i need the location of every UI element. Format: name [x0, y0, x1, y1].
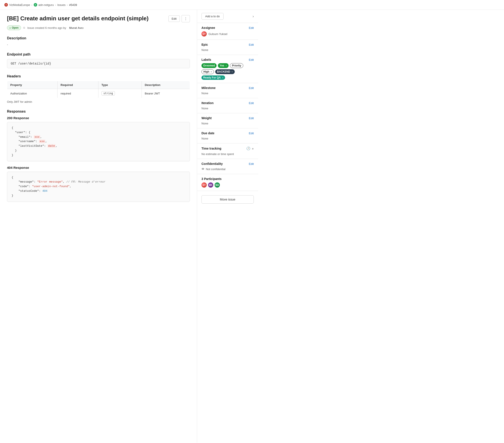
- col-description: Description: [142, 81, 190, 89]
- label-backend: BACKEND ×: [215, 69, 234, 74]
- epic-label: Epic: [201, 43, 208, 46]
- description-section: Description -: [7, 36, 190, 46]
- endpoint-section: Endpoint path GET /user/details/{id}: [7, 53, 190, 68]
- table-row: Authorization required string Bearer JWT: [7, 89, 190, 98]
- weight-value: None: [201, 122, 208, 125]
- description-text: -: [7, 43, 190, 46]
- time-tracking-value: No estimate or time spent: [201, 152, 234, 156]
- assignee-header: Assignee Edit: [201, 26, 254, 30]
- response-200-code: { "user": { "email": xxx, "username": xx…: [7, 122, 190, 161]
- participants-label: 3 Participants: [201, 177, 222, 181]
- add-todo-section: Add a to do ›: [197, 10, 258, 23]
- org-link[interactable]: VizMediaEurope: [9, 3, 30, 7]
- label-high-remove[interactable]: ×: [211, 71, 212, 73]
- endpoint-value: GET /user/details/{id}: [7, 59, 190, 68]
- labels-label: Labels: [201, 58, 211, 61]
- assignee-name: Gulsum Yuksel: [208, 32, 227, 36]
- expand-button[interactable]: ›: [253, 15, 254, 18]
- due-date-label: Due date: [201, 131, 214, 135]
- cell-type: string: [98, 89, 142, 98]
- epic-header: Epic Edit: [201, 43, 254, 46]
- due-date-value: None: [201, 137, 208, 140]
- due-date-header: Due date Edit: [201, 131, 254, 135]
- breadcrumb: V VizMediaEurope › ● adn-netguru › Issue…: [0, 0, 504, 10]
- headers-table: Property Required Type Description Autho…: [7, 81, 190, 98]
- labels-edit-button[interactable]: Edit: [249, 58, 254, 61]
- assignee-row: GY Gulsum Yuksel: [201, 31, 254, 36]
- col-property: Property: [7, 81, 57, 89]
- move-issue-button[interactable]: Move issue: [201, 195, 254, 204]
- issue-header: [BE] Create admin user get details endpo…: [7, 15, 190, 22]
- headers-section: Headers Property Required Type Descripti…: [7, 74, 190, 104]
- more-button[interactable]: ⋮: [181, 15, 190, 22]
- avatar: GY: [201, 31, 207, 36]
- response-404-title: 404 Response: [7, 166, 190, 169]
- assignee-section: Assignee Edit GY Gulsum Yuksel: [197, 23, 258, 40]
- due-date-edit-button[interactable]: Edit: [249, 132, 254, 135]
- time-add-icon[interactable]: +: [252, 147, 254, 150]
- eye-icon: 👁: [201, 167, 204, 171]
- response-200-title: 200 Response: [7, 116, 190, 120]
- confidentiality-header: Confidentiality Edit: [201, 162, 254, 165]
- label-readyqa: Ready For QA ×: [201, 75, 225, 80]
- participant-2-avatar: MK: [208, 182, 213, 188]
- confidentiality-label: Confidentiality: [201, 162, 223, 165]
- confidentiality-edit-button[interactable]: Edit: [249, 162, 254, 165]
- epic-section: Epic Edit None: [197, 40, 258, 55]
- label-yes-remove[interactable]: ×: [226, 64, 227, 67]
- participants-row: GY MK MA: [201, 182, 254, 188]
- meta-text: Issue created 6 months ago by Murat Avcı: [27, 26, 84, 30]
- milestone-label: Milestone: [201, 86, 216, 90]
- labels-section: Labels Edit Groomed Yes × Priority High …: [197, 55, 258, 83]
- cell-description: Bearer JWT: [142, 89, 190, 98]
- sidebar: Add a to do › Assignee Edit GY Gulsum Yu…: [197, 10, 258, 443]
- confidentiality-value: Not confidential: [206, 167, 226, 171]
- epic-edit-button[interactable]: Edit: [249, 43, 254, 46]
- issue-meta: Open ⧉ Issue created 6 months ago by Mur…: [7, 25, 190, 30]
- time-tracking-icons: 🕐 +: [246, 146, 254, 150]
- status-badge: Open: [7, 25, 21, 30]
- label-yes: Yes ×: [218, 63, 229, 68]
- iteration-edit-button[interactable]: Edit: [249, 102, 254, 105]
- cell-required: required: [57, 89, 98, 98]
- add-todo-button[interactable]: Add a to do: [201, 13, 224, 20]
- col-required: Required: [57, 81, 98, 89]
- label-high: High ×: [201, 69, 214, 74]
- weight-header: Weight Edit: [201, 116, 254, 120]
- copy-icon: ⧉: [23, 26, 25, 29]
- weight-edit-button[interactable]: Edit: [249, 117, 254, 120]
- time-clock-icon[interactable]: 🕐: [246, 146, 251, 150]
- label-backend-remove[interactable]: ×: [232, 71, 233, 73]
- assignee-edit-button[interactable]: Edit: [249, 26, 254, 30]
- sep3: ›: [67, 3, 68, 7]
- label-readyqa-remove[interactable]: ×: [222, 76, 223, 79]
- milestone-edit-button[interactable]: Edit: [249, 86, 254, 90]
- description-title: Description: [7, 36, 190, 40]
- sep1: ›: [31, 3, 32, 7]
- labels-container: Groomed Yes × Priority High × BACKEND × …: [201, 63, 254, 80]
- iteration-section: Iteration Edit None: [197, 98, 258, 113]
- issue-title: [BE] Create admin user get details endpo…: [7, 15, 165, 22]
- milestone-header: Milestone Edit: [201, 86, 254, 90]
- iteration-header: Iteration Edit: [201, 101, 254, 105]
- label-priority: Priority: [230, 63, 243, 68]
- issues-link[interactable]: Issues: [57, 3, 66, 7]
- project-link[interactable]: adn-netguru: [38, 3, 54, 7]
- confidentiality-row: 👁 Not confidential: [201, 167, 254, 171]
- milestone-value: None: [201, 92, 208, 95]
- cell-property: Authorization: [7, 89, 57, 98]
- response-404-code: { "message": "Error message", // FR: Mes…: [7, 172, 190, 202]
- proj-icon: ●: [34, 3, 37, 7]
- weight-section: Weight Edit None: [197, 113, 258, 128]
- participant-1-avatar: GY: [201, 182, 207, 188]
- due-date-section: Due date Edit None: [197, 128, 258, 143]
- milestone-section: Milestone Edit None: [197, 83, 258, 98]
- edit-button[interactable]: Edit: [168, 16, 180, 22]
- confidentiality-section: Confidentiality Edit 👁 Not confidential: [197, 159, 258, 174]
- weight-label: Weight: [201, 116, 212, 120]
- responses-section: Responses 200 Response { "user": { "emai…: [7, 109, 190, 202]
- epic-value: None: [201, 48, 208, 52]
- headers-note: Only JWT for admin: [7, 100, 190, 104]
- label-groomed: Groomed: [201, 63, 216, 68]
- participants-section: 3 Participants GY MK MA: [197, 174, 258, 191]
